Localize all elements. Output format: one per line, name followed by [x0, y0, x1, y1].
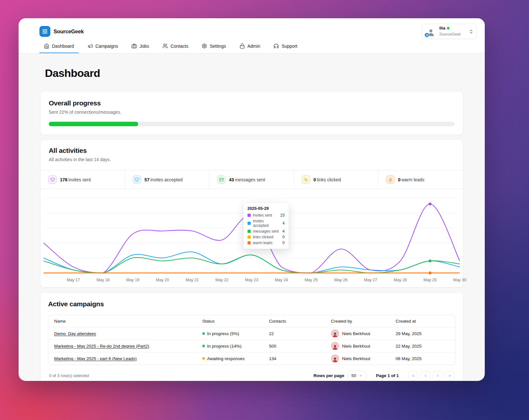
chevron-down-icon	[359, 374, 363, 378]
created-at: 22 May, 2025	[393, 344, 452, 349]
active-campaigns-title: Active campaigns	[48, 300, 455, 308]
lock-icon	[239, 43, 245, 49]
all-activities-subtitle: All activities in the last 14 days.	[49, 157, 455, 162]
megaphone-icon	[88, 43, 93, 49]
brand: SourceGeek	[39, 26, 84, 37]
status-dot	[202, 332, 205, 335]
all-activities-title: All activities	[49, 147, 455, 154]
rows-selected-text: 0 of 3 row(s) selected	[49, 373, 89, 378]
table-row[interactable]: Marketing - May 2025 - part 6 (New Leads…	[48, 352, 455, 365]
series-swatch	[248, 241, 251, 244]
series-swatch	[248, 230, 251, 233]
gear-icon	[202, 43, 207, 49]
status-dot	[202, 357, 205, 360]
table-row[interactable]: Marketing - May 2025 - Re-do 2nd degree …	[48, 340, 455, 352]
campaign-link[interactable]: Demo_Day attendees	[54, 331, 96, 336]
creator-name: Niels Berkhout	[342, 356, 370, 361]
pointer-click-icon	[302, 175, 310, 184]
creator-name: Niels Berkhout	[342, 331, 370, 336]
heart-icon	[133, 175, 141, 184]
user-name: Ilia	[439, 26, 445, 31]
headphones-icon	[273, 43, 279, 49]
creator-avatar	[331, 342, 339, 350]
sourcegeek-logo-icon	[39, 26, 50, 37]
tab-jobs[interactable]: Jobs	[127, 40, 154, 53]
chevron-up-down-icon	[469, 29, 474, 34]
chart-tooltip: 2025-05-29 invites sent23 invites accept…	[243, 202, 289, 249]
stat-invites-sent: 178invites sent	[40, 170, 125, 189]
last-page-button[interactable]	[445, 371, 454, 380]
active-campaigns-card: Active campaigns Name Status Contacts Cr…	[40, 292, 463, 381]
table-row[interactable]: Demo_Day attendees In progress (5%) 22 N…	[48, 327, 455, 340]
created-at: 06 May, 2025	[393, 356, 452, 361]
tab-admin[interactable]: Admin	[235, 40, 265, 53]
chart-x-axis: May 17 May 18 May 19 May 20 May 21 May 2…	[44, 276, 460, 284]
online-status-dot	[447, 27, 449, 29]
col-contacts: Contacts	[266, 319, 328, 324]
campaigns-table: Name Status Contacts Created by Created …	[48, 315, 455, 365]
flame-icon	[386, 175, 395, 184]
stat-warm-leads: 0warm leads	[378, 170, 463, 189]
briefcase-icon	[131, 43, 137, 49]
user-account-switcher[interactable]: Ilia SourceGeek	[422, 24, 477, 39]
app-window: SourceGeek	[19, 18, 485, 381]
stat-invites-accepted: 57invites accepted	[125, 170, 210, 189]
all-activities-card: All activities All activities in the las…	[40, 139, 463, 287]
tab-settings[interactable]: Settings	[197, 40, 231, 53]
activity-chart[interactable]: May 17 May 18 May 19 May 20 May 21 May 2…	[40, 189, 463, 287]
overall-progress-subtitle: Sent 22% of connections/messages.	[49, 110, 455, 115]
brand-name: SourceGeek	[54, 29, 84, 35]
heart-icon	[48, 175, 57, 184]
users-icon	[163, 43, 168, 49]
status-dot	[202, 345, 205, 347]
tooltip-date: 2025-05-29	[248, 206, 285, 211]
stat-messages-sent: 43messages sent	[209, 170, 294, 189]
overall-progress-card: Overall progress Sent 22% of connections…	[40, 91, 463, 135]
col-created-by: Created by	[328, 319, 393, 324]
col-created-at: Created at	[393, 319, 452, 324]
overall-progress-title: Overall progress	[49, 99, 455, 107]
table-footer: 0 of 3 row(s) selected Rows per page 50 …	[48, 371, 455, 381]
creator-avatar	[331, 329, 339, 338]
rows-per-page-label: Rows per page	[314, 373, 344, 378]
contacts-count: 500	[266, 344, 328, 349]
table-header-row: Name Status Contacts Created by Created …	[48, 315, 455, 327]
series-swatch	[248, 222, 251, 225]
series-swatch	[248, 214, 251, 217]
main-nav: Dashboard Campaigns Jobs Contacts Settin…	[19, 40, 485, 53]
creator-avatar	[331, 354, 339, 363]
campaign-link[interactable]: Marketing - May 2025 - Re-do 2nd degree …	[54, 344, 149, 349]
campaign-link[interactable]: Marketing - May 2025 - part 6 (New Leads…	[54, 356, 137, 361]
tab-support[interactable]: Support	[269, 40, 302, 53]
series-swatch	[248, 235, 251, 239]
tab-campaigns[interactable]: Campaigns	[83, 40, 123, 53]
stat-links-clicked: 0links clicked	[294, 170, 379, 189]
home-icon	[44, 43, 49, 49]
created-at: 29 May, 2025	[393, 331, 452, 336]
contacts-count: 22	[266, 331, 328, 336]
tab-contacts[interactable]: Contacts	[158, 40, 193, 53]
creator-name: Niels Berkhout	[342, 344, 370, 349]
progress-bar-fill	[49, 122, 138, 126]
progress-bar-track	[49, 122, 455, 126]
rows-per-page-select[interactable]: 50	[348, 371, 366, 381]
mail-check-icon	[217, 175, 226, 184]
contacts-count: 134	[266, 356, 328, 361]
tab-dashboard[interactable]: Dashboard	[39, 40, 79, 53]
app-header: SourceGeek	[19, 18, 485, 54]
prev-page-button[interactable]	[421, 371, 430, 380]
user-org: SourceGeek	[439, 32, 461, 37]
page-title: Dashboard	[45, 67, 463, 79]
next-page-button[interactable]	[433, 371, 442, 380]
activity-stats-row: 178invites sent 57invites accepted 43mes…	[40, 170, 463, 189]
page-status: Page 1 of 1	[376, 373, 399, 378]
first-page-button[interactable]	[408, 371, 418, 380]
col-name: Name	[52, 319, 200, 324]
col-status: Status	[200, 319, 266, 324]
